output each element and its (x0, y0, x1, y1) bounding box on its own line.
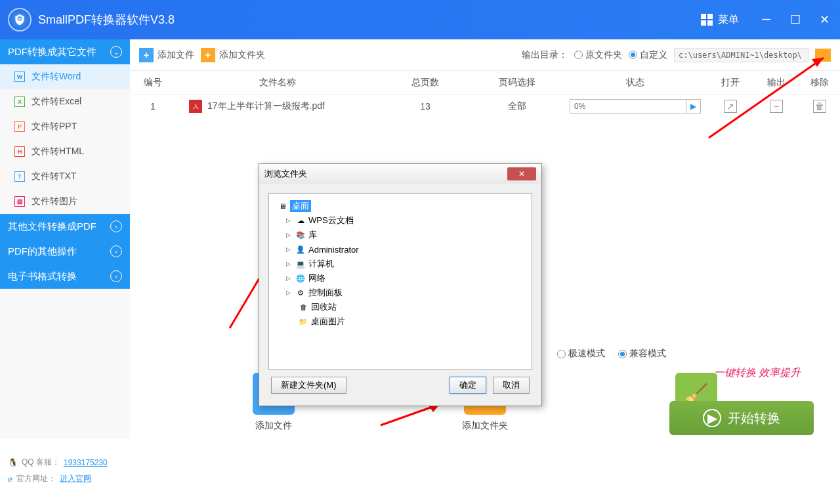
desktop-icon: 🖥 (277, 201, 287, 211)
new-folder-button[interactable]: 新建文件夹(M) (271, 377, 346, 394)
cancel-button[interactable]: 取消 (493, 377, 530, 394)
ok-button[interactable]: 确定 (450, 377, 486, 394)
browse-folder-dialog: 浏览文件夹 ✕ 🖥桌面 ▷☁WPS云文档 ▷📚库 ▷👤Administrator… (259, 163, 542, 406)
expander-icon: ▷ (286, 217, 293, 224)
expander-icon: ▷ (286, 289, 293, 296)
expander-icon: ▷ (286, 275, 293, 282)
expander-icon: ▷ (286, 261, 293, 267)
tree-item-desktop[interactable]: 🖥桌面 (274, 199, 526, 213)
dialog-overlay: 浏览文件夹 ✕ 🖥桌面 ▷☁WPS云文档 ▷📚库 ▷👤Administrator… (0, 0, 840, 504)
recycle-icon: 🗑 (298, 302, 308, 312)
dialog-titlebar[interactable]: 浏览文件夹 ✕ (259, 164, 541, 184)
network-icon: 🌐 (295, 273, 306, 284)
dialog-close-button[interactable]: ✕ (507, 167, 536, 180)
tree-item[interactable]: ▷☁WPS云文档 (274, 213, 526, 228)
tree-item[interactable]: 📁桌面图片 (274, 314, 526, 329)
folder-icon: 📁 (298, 316, 308, 327)
cloud-icon: ☁ (295, 215, 306, 226)
tree-item[interactable]: ▷⚙控制面板 (274, 285, 526, 300)
tree-item[interactable]: 🗑回收站 (274, 300, 526, 314)
expander-icon: ▷ (286, 232, 293, 238)
computer-icon: 💻 (295, 259, 306, 269)
expander-icon: ▷ (286, 246, 293, 253)
tree-item[interactable]: ▷🌐网络 (274, 271, 526, 285)
tree-item[interactable]: ▷👤Administrator (274, 242, 526, 257)
tree-item[interactable]: ▷📚库 (274, 228, 526, 242)
folder-tree[interactable]: 🖥桌面 ▷☁WPS云文档 ▷📚库 ▷👤Administrator ▷💻计算机 ▷… (268, 193, 532, 370)
control-panel-icon: ⚙ (295, 287, 306, 298)
library-icon: 📚 (295, 230, 306, 240)
user-icon: 👤 (295, 244, 306, 255)
tree-item[interactable]: ▷💻计算机 (274, 257, 526, 271)
